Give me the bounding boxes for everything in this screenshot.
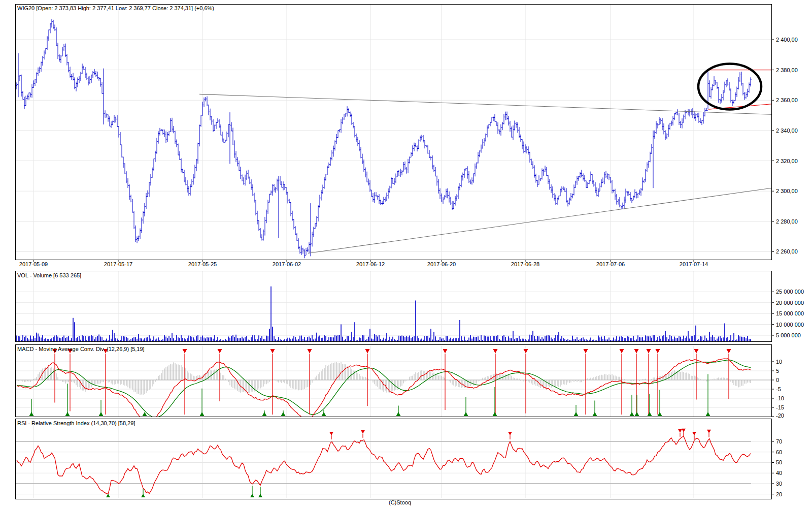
rsi-axis-label: 60 xyxy=(776,449,782,455)
buy-triangle-icon xyxy=(322,412,326,416)
price-axis-label: 2 380,00 xyxy=(776,67,798,73)
sell-triangle-icon xyxy=(183,349,187,354)
buy-triangle-icon xyxy=(593,412,597,416)
buy-triangle-icon xyxy=(635,412,639,416)
sell-triangle-icon xyxy=(493,349,498,354)
macd-panel-header: MACD - Moving Average Conv. Div. (12,26,… xyxy=(17,346,145,352)
rsi-panel xyxy=(16,419,772,499)
date-axis-label: 2017-06-12 xyxy=(356,261,385,267)
sell-triangle-icon xyxy=(694,349,699,354)
price-bars xyxy=(16,19,751,258)
buy-triangle-icon xyxy=(200,412,205,416)
price-axis-label: 2 340,00 xyxy=(776,128,798,134)
sell-triangle-icon xyxy=(270,349,275,354)
rsi-panel-header: RSI - Relative Strength Index (14,30,70)… xyxy=(17,420,135,426)
date-axis-label: 2017-05-25 xyxy=(188,261,217,267)
macd-axis-label: -5 xyxy=(776,386,781,392)
buy-triangle-icon xyxy=(464,412,468,416)
sell-triangle-icon xyxy=(308,349,312,354)
sell-triangle-icon xyxy=(508,432,512,435)
trendlines xyxy=(199,94,771,253)
buy-triangle-icon xyxy=(630,412,634,416)
sell-triangle-icon xyxy=(678,429,682,433)
macd-content xyxy=(17,359,751,423)
buy-triangle-icon xyxy=(262,412,267,416)
rsi-content xyxy=(17,436,751,494)
price-axis-label: 2 360,00 xyxy=(776,97,798,103)
macd-axis-label: 5 xyxy=(776,368,779,374)
buy-triangle-icon xyxy=(574,412,579,416)
macd-axis-label: -10 xyxy=(776,395,784,401)
sell-triangle-icon xyxy=(443,349,448,354)
sell-triangle-icon xyxy=(329,432,333,435)
macd-histogram xyxy=(18,362,751,395)
sell-triangle-icon xyxy=(682,429,686,432)
buy-triangle-icon xyxy=(29,412,34,416)
chart-title: WIG20 [Open: 2 373,83 High: 2 377,41 Low… xyxy=(17,5,214,11)
sell-triangle-icon xyxy=(727,349,731,354)
chart-canvas xyxy=(0,0,812,508)
sell-triangle-icon xyxy=(647,349,651,354)
rsi-line xyxy=(17,436,751,494)
volume-axis-label: 25 000 000 xyxy=(776,289,804,295)
buy-triangle-icon xyxy=(658,412,662,416)
price-axis-label: 2 320,00 xyxy=(776,158,798,164)
price-axis-label: 2 280,00 xyxy=(776,218,798,225)
rsi-axis-label: 40 xyxy=(776,470,782,476)
rsi-axis-label: 30 xyxy=(776,481,782,487)
date-axis-label: 2017-06-02 xyxy=(273,261,301,267)
buy-triangle-icon xyxy=(493,412,497,416)
rsi-axis-label: 20 xyxy=(776,491,782,497)
date-axis-label: 2017-07-14 xyxy=(680,261,708,267)
rsi-signals xyxy=(106,429,711,497)
volume-axis-label: 15 000 000 xyxy=(776,310,804,316)
volume-axis-label: 5 000 000 xyxy=(776,332,801,338)
date-axis-label: 2017-06-28 xyxy=(511,261,539,267)
sell-triangle-icon xyxy=(218,349,222,354)
macd-axis-label: -15 xyxy=(776,404,784,410)
sell-triangle-icon xyxy=(524,349,528,354)
sell-triangle-icon xyxy=(620,349,624,354)
price-axis-label: 2 400,00 xyxy=(776,37,798,43)
sell-triangle-icon xyxy=(634,349,639,354)
date-axis-label: 2017-07-06 xyxy=(596,261,625,267)
macd-axis-label: -20 xyxy=(776,412,784,419)
buy-triangle-icon xyxy=(648,412,652,416)
volume-axis-label: 20 000 000 xyxy=(776,300,804,306)
date-axis-label: 2017-06-20 xyxy=(427,261,456,267)
sell-triangle-icon xyxy=(365,349,370,354)
price-axis-label: 2 260,00 xyxy=(776,248,798,255)
sell-triangle-icon xyxy=(707,430,711,433)
buy-triangle-icon xyxy=(281,412,286,416)
sell-triangle-icon xyxy=(656,349,660,354)
buy-triangle-icon xyxy=(706,412,710,416)
price-axis-label: 2 300,00 xyxy=(776,188,798,194)
date-axis-label: 2017-05-17 xyxy=(104,261,132,267)
copyright: (C)Stooq xyxy=(0,499,800,505)
macd-axis-label: 10 xyxy=(776,359,782,365)
buy-triangle-icon xyxy=(396,412,401,416)
volume-panel xyxy=(16,271,772,342)
sell-triangle-icon xyxy=(584,349,588,354)
rsi-axis-label: 50 xyxy=(776,459,782,465)
stock-chart: WIG20 [Open: 2 373,83 High: 2 377,41 Low… xyxy=(0,0,812,508)
volume-axis-label: 10 000 000 xyxy=(776,322,804,328)
buy-triangle-icon xyxy=(99,412,104,416)
date-axis-label: 2017-05-09 xyxy=(19,261,48,267)
buy-triangle-icon xyxy=(65,412,70,416)
sell-triangle-icon xyxy=(692,432,696,435)
volume-panel-header: VOL - Volume [6 533 265] xyxy=(17,272,81,278)
sell-triangle-icon xyxy=(361,430,365,434)
macd-axis-label: 0 xyxy=(776,377,779,383)
rsi-axis-label: 70 xyxy=(776,438,782,444)
macd-panel xyxy=(16,345,772,417)
